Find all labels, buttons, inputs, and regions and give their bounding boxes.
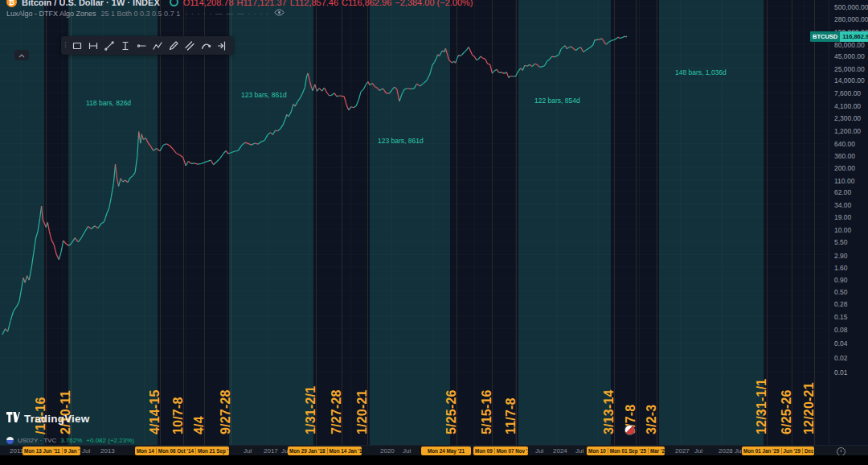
long-position-tool[interactable] <box>214 38 229 53</box>
bottom-symbol-row[interactable]: US02Y · TVC 3.762% +0.082 (+2.23%) <box>6 437 134 444</box>
event-date-label: 12/20-21 <box>802 382 817 434</box>
price-axis-label: 5.50 <box>834 238 848 246</box>
price-axis-label: 0.01 <box>834 368 848 377</box>
ray-tool[interactable] <box>133 38 149 53</box>
date-range-label: Mon 09 <box>473 448 494 454</box>
highlighted-date-range[interactable]: Mon 01 Jan '29Jun '29Dec '29 <box>742 446 814 455</box>
close-value: C116,862.96 <box>342 0 391 7</box>
bottom-symbol-name[interactable]: US02Y · TVC <box>18 437 56 444</box>
price-axis-label: 360.00 <box>834 152 855 160</box>
highlighted-date-range[interactable]: Mon 29 Jan '18Mon 14 Jan '19 <box>288 446 362 455</box>
event-date-label: 4/14-15 <box>148 389 162 434</box>
time-axis-label: Jul <box>535 447 543 455</box>
bar-count-label: 123 bars, 861d <box>378 137 424 145</box>
time-axis-label: 2013 <box>100 447 115 455</box>
date-range-label: Mon 07 Nov '22 <box>494 448 528 454</box>
date-range-label: Dec '29 <box>802 448 814 454</box>
event-date-label: 3/2-3 <box>645 405 659 434</box>
time-axis[interactable]: 2011Mon 13 Jun '119 Jan '12Jul2013Mon 14… <box>0 445 868 456</box>
event-date-label: 10/7-8 <box>171 397 186 434</box>
event-date-label: 9/27-28 <box>219 389 233 434</box>
visibility-icon[interactable] <box>274 9 285 18</box>
date-range-label: Mon 14 Jan '19 <box>327 448 362 454</box>
indicator-row[interactable]: LuxAlgo - DTFX Algo Zones 25 1 Both 0 0.… <box>6 9 285 18</box>
highlighted-date-range[interactable]: Mon 24 May '21 <box>421 446 471 455</box>
event-date-label: 1/31-2/1 <box>304 386 318 434</box>
brush-tool[interactable] <box>166 38 181 53</box>
bar-count-label: 123 bars, 861d <box>241 91 287 99</box>
price-axis-label: 34.00 <box>834 201 851 209</box>
price-axis-label: 1.60 <box>834 264 848 272</box>
price-axis-label: 14,000.00 <box>834 76 865 84</box>
time-axis-label: 2017 <box>264 447 278 455</box>
low-value: L112,857.46 <box>290 0 338 7</box>
price-axis-label: 45,000.00 <box>834 52 865 60</box>
price-axis-label: 62.00 <box>834 188 851 196</box>
symbol-info-row[interactable]: ₿ Bitcoin / U.S. Dollar · 1W · INDEX O11… <box>6 0 477 7</box>
date-range-label: Mon 21 Sep '15 <box>195 448 229 454</box>
date-range-label: Mon 14 <box>135 448 156 454</box>
time-axis-label: Jul <box>244 447 252 455</box>
date-range-label: Mon 13 Jun '11 <box>23 448 62 454</box>
polyline-tool[interactable] <box>149 38 165 53</box>
bottom-bar <box>0 455 868 465</box>
curve-tool[interactable] <box>198 38 213 53</box>
date-range-label: Mon 24 May '21 <box>421 448 471 454</box>
trend-line-tool[interactable] <box>101 38 117 53</box>
us-flag-icon <box>6 437 14 444</box>
indicator-swatches: · · · · · ― ― ― · · · · <box>185 10 268 18</box>
event-date-label: 6/25-26 <box>780 389 794 434</box>
tradingview-app: 118 bars, 826d123 bars, 861d123 bars, 86… <box>0 0 868 465</box>
last-price-tag: BTCUSD 116,862.96 <box>810 31 868 42</box>
price-axis-label: 0.08 <box>834 326 848 334</box>
date-range-label: Mon 06 Oct '14 <box>156 448 195 454</box>
price-axis-label: 500,000.00 <box>834 3 868 11</box>
date-range-label: Mon 01 Jan '29 <box>742 448 781 454</box>
drawing-toolbar: ⁞ <box>61 36 233 55</box>
price-axis-label: 200.00 <box>834 164 855 172</box>
date-range-label: 9 Jan '12 <box>62 448 80 454</box>
indicator-name[interactable]: LuxAlgo - DTFX Algo Zones <box>6 10 96 18</box>
highlighted-date-range[interactable]: Mon 14Mon 06 Oct '14Mon 21 Sep '15 <box>135 446 229 455</box>
time-axis-label: 2011 <box>10 447 23 455</box>
event-date-label: 3/13-14 <box>602 389 616 434</box>
price-axis[interactable]: 500,000.00280,000.00150,000.0080,000.004… <box>829 0 868 445</box>
chart-canvas[interactable]: 118 bars, 826d123 bars, 861d123 bars, 86… <box>0 0 829 445</box>
price-axis-label: 110.00 <box>834 177 854 185</box>
price-axis-label: 0.15 <box>834 313 848 321</box>
event-date-label: 5/25-26 <box>444 389 459 434</box>
ohlc-values: O114,208.78H117,121.37L112,857.46C116,86… <box>183 0 477 7</box>
parallel-channel-tool[interactable] <box>182 38 197 53</box>
symbol-title[interactable]: Bitcoin / U.S. Dollar · 1W · INDEX <box>22 0 160 7</box>
price-chart[interactable] <box>0 0 829 445</box>
drag-handle-icon[interactable]: ⁞ <box>63 43 68 47</box>
bar-count-label: 122 bars, 854d <box>534 97 580 105</box>
time-axis-label: 2024 <box>553 447 567 455</box>
highlighted-date-range[interactable]: Mon 10Mon 01 Sep '25Mar '26 <box>587 446 665 455</box>
time-axis-label: 2020 <box>380 447 395 455</box>
last-price-symbol: BTCUSD <box>810 31 840 42</box>
tradingview-logo-icon <box>6 411 20 426</box>
horizontal-line-tool[interactable] <box>85 38 100 53</box>
market-status-icon <box>170 0 178 6</box>
highlighted-date-range[interactable]: Mon 09Mon 07 Nov '22 <box>473 446 528 455</box>
price-axis-label: 10.00 <box>834 226 851 234</box>
collapse-indicators-button[interactable] <box>14 50 29 60</box>
rectangle-tool[interactable] <box>69 38 84 53</box>
price-axis-label: 0.04 <box>834 339 848 348</box>
price-axis-label: 0.90 <box>834 276 848 284</box>
price-axis-label: 640.00 <box>834 140 855 148</box>
price-axis-label: 2.90 <box>834 252 848 260</box>
highlighted-date-range[interactable]: Mon 13 Jun '119 Jan '12 <box>23 446 80 455</box>
time-axis-label: 2028 <box>719 447 733 455</box>
time-axis-label: Jul <box>694 447 702 455</box>
date-range-label: Mon 29 Jan '18 <box>288 448 327 454</box>
time-axis-label: Jul <box>403 447 411 455</box>
price-range-tool[interactable] <box>117 38 133 53</box>
time-axis-label: 2027 <box>675 447 690 455</box>
price-axis-label: 80,000.00 <box>834 41 865 49</box>
tradingview-logo[interactable]: TradingView <box>6 411 89 426</box>
time-axis-label: Jul <box>82 447 90 455</box>
bar-count-label: 148 bars, 1,036d <box>675 68 727 76</box>
event-date-label: 7/27-28 <box>330 389 344 434</box>
